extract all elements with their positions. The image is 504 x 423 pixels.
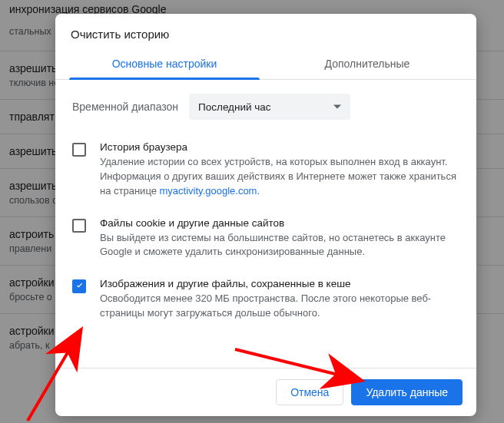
time-range-row: Временной диапазон Последний час xyxy=(72,94,459,120)
clear-data-button[interactable]: Удалить данные xyxy=(351,379,463,405)
option-browsing-history-text: История браузераУдаление истории со всех… xyxy=(100,141,459,199)
option-cached-images-text: Изображения и другие файлы, сохраненные … xyxy=(100,278,459,321)
option-cookies-title: Файлы cookie и другие данные сайтов xyxy=(100,217,459,229)
myactivity-link[interactable]: myactivity.google.com xyxy=(160,185,257,197)
option-browsing-history-checkbox[interactable] xyxy=(72,143,86,157)
option-cached-images-description: Освободится менее 320 МБ пространства. П… xyxy=(100,292,459,321)
tab-basic[interactable]: Основные настройки xyxy=(63,51,266,79)
option-cookies-text: Файлы cookie и другие данные сайтовВы вы… xyxy=(100,217,459,260)
chevron-down-icon xyxy=(333,105,341,109)
cancel-button[interactable]: Отмена xyxy=(276,379,343,405)
option-cookies-description: Вы выйдете из системы на большинстве сай… xyxy=(100,231,459,260)
option-cookies: Файлы cookie и другие данные сайтовВы вы… xyxy=(72,217,459,260)
dialog-body: Временной диапазон Последний час История… xyxy=(55,80,476,368)
option-cached-images-title: Изображения и другие файлы, сохраненные … xyxy=(100,278,459,289)
option-browsing-history: История браузераУдаление истории со всех… xyxy=(72,141,459,199)
option-cached-images-checkbox[interactable] xyxy=(72,279,86,293)
option-browsing-history-description: Удаление истории со всех устройств, на к… xyxy=(100,155,459,199)
option-cached-images: Изображения и другие файлы, сохраненные … xyxy=(72,278,459,321)
dialog-title: Очистить историю xyxy=(55,14,476,51)
time-range-select[interactable]: Последний час xyxy=(189,94,350,120)
option-browsing-history-title: История браузера xyxy=(100,141,459,153)
time-range-value: Последний час xyxy=(198,101,271,113)
clear-browsing-data-dialog: Очистить историю Основные настройки Допо… xyxy=(55,14,476,416)
dialog-tabs: Основные настройки Дополнительные xyxy=(55,51,476,80)
option-cookies-checkbox[interactable] xyxy=(72,219,86,233)
tab-advanced[interactable]: Дополнительные xyxy=(266,51,469,79)
time-range-label: Временной диапазон xyxy=(72,101,178,113)
dialog-footer: Отмена Удалить данные xyxy=(55,368,476,416)
